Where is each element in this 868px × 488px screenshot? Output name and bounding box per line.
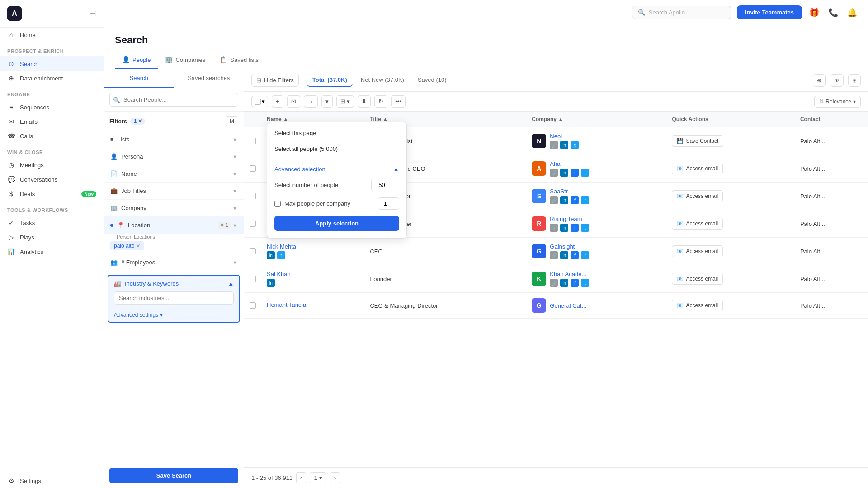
- facebook-icon[interactable]: f: [571, 196, 579, 204]
- access-email-button[interactable]: 📧 Access email: [672, 300, 723, 311]
- sequence-button[interactable]: →: [304, 95, 318, 108]
- twitter-icon[interactable]: t: [571, 141, 579, 149]
- sidebar-item-search[interactable]: ⊙ Search: [0, 56, 104, 71]
- next-page-button[interactable]: ›: [330, 472, 340, 483]
- select-all-dropdown[interactable]: ▾: [251, 96, 268, 107]
- access-email-button[interactable]: 📧 Access email: [672, 218, 723, 230]
- add-to-list-button[interactable]: +: [272, 95, 283, 108]
- access-email-button[interactable]: 📧 Access email: [672, 245, 723, 257]
- refresh-button[interactable]: ↻: [374, 95, 387, 108]
- select-all-checkbox[interactable]: [255, 99, 261, 105]
- filter-tab-saved-searches[interactable]: Saved searches: [174, 69, 244, 88]
- remove-location-tag[interactable]: ✕: [136, 243, 140, 249]
- twitter-icon[interactable]: t: [581, 196, 589, 204]
- row-checkbox[interactable]: [250, 276, 256, 282]
- company-name[interactable]: Khan Acade...: [550, 271, 589, 277]
- notification-icon[interactable]: 🔔: [845, 6, 859, 19]
- sidebar-item-data-enrichment[interactable]: ⊕ Data enrichment: [0, 71, 104, 85]
- prev-page-button[interactable]: ‹: [296, 472, 306, 483]
- sidebar-item-emails[interactable]: ✉ Emails: [0, 114, 104, 129]
- col-company[interactable]: Company ▲: [526, 112, 666, 127]
- tab-saved[interactable]: Saved (10): [412, 74, 452, 87]
- sidebar-item-analytics[interactable]: 📊 Analytics: [0, 244, 104, 259]
- sidebar-item-plays[interactable]: ▷ Plays: [0, 230, 104, 244]
- access-email-button[interactable]: 📧 Access email: [672, 190, 723, 202]
- collapse-industry-icon[interactable]: ▲: [228, 280, 234, 287]
- sidebar-item-deals[interactable]: $ Deals New: [0, 187, 104, 201]
- max-per-company-input[interactable]: [378, 198, 399, 209]
- sidebar-item-settings[interactable]: ⚙ Settings: [0, 474, 104, 488]
- sidebar-item-meetings[interactable]: ◷ Meetings: [0, 158, 104, 172]
- web-icon[interactable]: 🔗: [550, 279, 558, 287]
- facebook-icon[interactable]: f: [571, 279, 579, 287]
- filter-job-titles[interactable]: 💼 Job Titles ▼: [104, 183, 244, 200]
- facebook-icon[interactable]: f: [571, 169, 579, 177]
- sort-button[interactable]: ⊞: [848, 74, 861, 87]
- linkedin-icon[interactable]: in: [267, 279, 275, 287]
- row-checkbox[interactable]: [250, 193, 256, 199]
- relevance-sort-button[interactable]: ⇅ Relevance ▾: [814, 96, 861, 108]
- sidebar-item-calls[interactable]: ☎ Calls: [0, 129, 104, 143]
- collapse-advanced-button[interactable]: ▲: [393, 165, 399, 173]
- filter-more-button[interactable]: M: [226, 116, 238, 126]
- linkedin-icon[interactable]: in: [560, 169, 568, 177]
- export-contacts-button[interactable]: ⊕: [813, 74, 826, 87]
- filter-lists[interactable]: ≡ Lists ▼: [104, 131, 244, 148]
- row-checkbox[interactable]: [250, 248, 256, 254]
- download-button[interactable]: ⬇: [358, 95, 371, 108]
- web-icon[interactable]: 🔗: [550, 141, 558, 149]
- filter-persona[interactable]: 👤 Persona ▼: [104, 148, 244, 165]
- person-name-hemant[interactable]: Hemant Taneja: [267, 301, 359, 308]
- filter-location[interactable]: 📍 Location ✕ 1 ▼: [104, 217, 244, 234]
- filter-employees[interactable]: 👥 # Employees ▼: [104, 254, 244, 271]
- email-button[interactable]: ✉: [287, 95, 300, 108]
- linkedin-icon[interactable]: in: [267, 251, 275, 259]
- sidebar-toggle[interactable]: ⊣: [89, 9, 96, 19]
- twitter-icon[interactable]: t: [581, 251, 589, 259]
- linkedin-icon[interactable]: in: [560, 279, 568, 287]
- filter-clear-icon[interactable]: ✕: [138, 118, 142, 124]
- invite-teammates-button[interactable]: Invite Teammates: [737, 5, 802, 19]
- filter-tab-search[interactable]: Search: [104, 69, 174, 88]
- twitter-icon[interactable]: t: [581, 279, 589, 287]
- row-checkbox[interactable]: [250, 138, 256, 144]
- row-checkbox[interactable]: [250, 221, 256, 227]
- gift-icon[interactable]: 🎁: [807, 6, 821, 19]
- select-number-input[interactable]: [372, 179, 399, 191]
- view-options-button[interactable]: 👁: [830, 74, 844, 87]
- hide-filters-button[interactable]: ⊟ Hide Filters: [251, 74, 299, 87]
- tab-companies[interactable]: 🏢 Companies: [158, 52, 212, 69]
- sidebar-item-conversations[interactable]: 💬 Conversations: [0, 172, 104, 187]
- twitter-icon[interactable]: t: [581, 169, 589, 177]
- access-email-button[interactable]: 📧 Access email: [672, 163, 723, 174]
- sidebar-item-tasks[interactable]: ✓ Tasks: [0, 216, 104, 230]
- sidebar-item-home[interactable]: ⌂ Home: [0, 28, 104, 42]
- select-all-people-option[interactable]: Select all people (5,000): [267, 141, 406, 157]
- twitter-icon[interactable]: t: [277, 251, 285, 259]
- facebook-icon[interactable]: f: [571, 224, 579, 232]
- filter-company[interactable]: 🏢 Company ▼: [104, 200, 244, 217]
- more-actions-button[interactable]: •••: [391, 95, 406, 108]
- company-name[interactable]: SaaStr: [550, 188, 589, 195]
- tab-saved-lists[interactable]: 📋 Saved lists: [212, 52, 266, 69]
- twitter-icon[interactable]: t: [581, 224, 589, 232]
- linkedin-icon[interactable]: in: [560, 224, 568, 232]
- max-per-company-checkbox[interactable]: [274, 201, 281, 207]
- phone-icon[interactable]: 📞: [826, 6, 840, 19]
- filter-search-input[interactable]: [109, 93, 238, 107]
- web-icon[interactable]: 🔗: [550, 251, 558, 259]
- save-search-button[interactable]: Save Search: [109, 468, 238, 483]
- web-icon[interactable]: 🔗: [550, 224, 558, 232]
- tab-total[interactable]: Total (37.0K): [307, 74, 353, 87]
- filter-name[interactable]: 📄 Name ▼: [104, 165, 244, 183]
- web-icon[interactable]: 🔗: [550, 196, 558, 204]
- filter-button[interactable]: ⊞ ▾: [336, 95, 354, 108]
- company-name[interactable]: Rising Team: [550, 216, 589, 222]
- facebook-icon[interactable]: f: [571, 251, 579, 259]
- linkedin-icon[interactable]: in: [560, 141, 568, 149]
- apply-selection-button[interactable]: Apply selection: [274, 216, 399, 231]
- sidebar-item-sequences[interactable]: ≡ Sequences: [0, 100, 104, 114]
- location-filter-badge[interactable]: ✕ 1: [218, 222, 231, 229]
- tab-net-new[interactable]: Net New (37.0K): [355, 74, 410, 87]
- access-email-button[interactable]: 📧 Access email: [672, 273, 723, 285]
